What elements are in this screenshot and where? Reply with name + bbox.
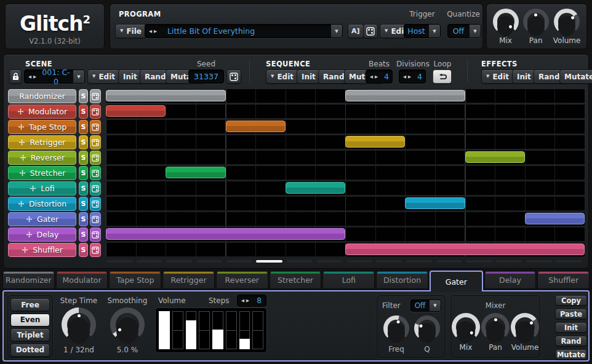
pattern-block[interactable] — [106, 90, 226, 101]
volume-knob[interactable] — [511, 313, 539, 341]
seed-dice-button[interactable] — [226, 69, 241, 84]
tab-reverser[interactable]: Reverser — [216, 271, 268, 289]
sequence-edit-button[interactable]: ▼Edit — [266, 69, 298, 84]
sequence-init-button[interactable]: Init — [297, 69, 321, 84]
solo-button-gater[interactable]: S — [79, 212, 88, 226]
track-label-retrigger[interactable]: Retrigger — [8, 135, 76, 149]
dice-button-reverser[interactable] — [90, 151, 101, 165]
pattern-block[interactable] — [405, 197, 465, 209]
tab-stretcher[interactable]: Stretcher — [270, 271, 322, 289]
pan-knob[interactable] — [481, 313, 510, 341]
pattern-block[interactable] — [465, 151, 525, 163]
effects-edit-button[interactable]: ▼Edit — [481, 69, 514, 84]
randomize-program-button[interactable] — [363, 24, 378, 38]
tab-distortion[interactable]: Distortion — [376, 271, 428, 289]
track-label-tape-stop[interactable]: Tape Stop — [8, 120, 76, 134]
filter-freq-knob[interactable] — [383, 315, 409, 341]
volume-step[interactable] — [199, 311, 210, 349]
solo-button-delay[interactable]: S — [79, 228, 88, 242]
mode-button-free[interactable]: Free — [10, 298, 50, 311]
track-label-stretcher[interactable]: Stretcher — [8, 166, 76, 180]
pan-knob[interactable] — [523, 9, 549, 34]
track-grid-lofi[interactable] — [106, 181, 585, 196]
dice-button-retrigger[interactable] — [90, 135, 101, 149]
quantize-select[interactable]: Off ▼ — [447, 24, 481, 38]
mode-button-even[interactable]: Even — [10, 314, 50, 326]
scene-init-button[interactable]: Init — [118, 69, 142, 84]
rename-button[interactable]: A] — [348, 24, 364, 38]
solo-button-distortion[interactable]: S — [79, 197, 88, 211]
volume-step[interactable] — [252, 311, 263, 349]
dice-button-delay[interactable] — [90, 228, 101, 242]
program-selector[interactable]: ◀▶ Little Bit Of Everything ▼ — [145, 24, 343, 38]
prev-next-icons[interactable]: ◀▶ — [145, 29, 160, 34]
dice-button-tape-stop[interactable] — [90, 120, 101, 134]
chevron-down-icon[interactable]: ▼ — [428, 25, 440, 38]
trigger-select[interactable]: Host ▼ — [404, 24, 441, 38]
chevron-down-icon[interactable]: ▼ — [429, 300, 441, 311]
pattern-block[interactable] — [525, 213, 585, 224]
tab-delay[interactable]: Delay — [484, 271, 537, 289]
track-grid-gater[interactable] — [106, 212, 585, 226]
solo-button-retrigger[interactable]: S — [79, 135, 88, 149]
scene-selector[interactable]: ◀▶ 001: C-0 ▼ — [24, 69, 85, 84]
mix-knob[interactable] — [452, 313, 480, 341]
track-label-lofi[interactable]: Lofi — [8, 181, 76, 196]
prev-next-icons[interactable]: ◀▶ — [238, 298, 252, 303]
chevron-down-icon[interactable]: ▼ — [330, 25, 342, 38]
track-grid-delay[interactable] — [106, 228, 585, 242]
rand-button[interactable]: Rand — [555, 336, 587, 346]
solo-button-modulator[interactable]: S — [79, 105, 88, 119]
loop-toggle[interactable] — [433, 69, 452, 84]
track-label-distortion[interactable]: Distortion — [8, 197, 76, 211]
solo-button-randomizer[interactable]: S — [79, 89, 88, 103]
solo-button-reverser[interactable]: S — [79, 151, 88, 165]
volume-step[interactable] — [212, 311, 223, 349]
tab-modulator[interactable]: Modulator — [56, 271, 108, 289]
track-label-gater[interactable]: Gater — [8, 212, 76, 226]
divisions-stepper[interactable]: ◀▶ 4 — [399, 69, 426, 84]
mix-knob[interactable] — [493, 9, 519, 34]
pattern-block[interactable] — [226, 121, 286, 132]
track-label-delay[interactable]: Delay — [8, 228, 76, 242]
solo-button-shuffler[interactable]: S — [79, 243, 88, 257]
tab-lofi[interactable]: Lofi — [322, 271, 375, 289]
track-grid-reverser[interactable] — [106, 151, 585, 165]
pattern-block[interactable] — [345, 136, 405, 148]
prev-next-icons[interactable]: ◀▶ — [366, 74, 381, 79]
solo-button-tape-stop[interactable]: S — [79, 120, 88, 134]
track-label-modulator[interactable]: Modulator — [8, 105, 76, 119]
volume-knob[interactable] — [554, 9, 580, 34]
track-label-reverser[interactable]: Reverser — [8, 151, 76, 165]
track-grid-distortion[interactable] — [106, 197, 585, 211]
steps-stepper[interactable]: ◀▶ 8 — [237, 295, 266, 307]
mode-button-triplet[interactable]: Triplet — [10, 328, 50, 341]
seed-field[interactable]: 31337 — [188, 69, 224, 84]
pattern-block[interactable] — [106, 228, 345, 240]
chevron-down-icon[interactable]: ▼ — [73, 70, 84, 83]
solo-button-lofi[interactable]: S — [79, 181, 88, 196]
scene-lock-button[interactable] — [9, 69, 22, 84]
copy-button[interactable]: Copy — [555, 295, 587, 306]
pattern-block[interactable] — [106, 105, 166, 117]
mutate-button[interactable]: Mutate — [555, 349, 587, 360]
dice-button-distortion[interactable] — [90, 197, 101, 211]
pattern-block[interactable] — [166, 167, 225, 178]
pattern-block[interactable] — [345, 90, 465, 101]
prev-next-icons[interactable]: ◀▶ — [25, 74, 39, 79]
track-grid-retrigger[interactable] — [106, 135, 585, 149]
track-grid-randomizer[interactable] — [106, 89, 585, 103]
filter-select[interactable]: Off ▼ — [410, 299, 441, 312]
track-grid-tape-stop[interactable] — [106, 120, 585, 134]
init-button[interactable]: Init — [555, 322, 587, 333]
track-label-shuffler[interactable]: Shuffler — [8, 243, 76, 257]
pattern-block[interactable] — [286, 182, 345, 194]
tab-shuffler[interactable]: Shuffler — [537, 271, 590, 289]
volume-step[interactable] — [226, 311, 237, 349]
volume-step[interactable] — [186, 311, 197, 349]
mode-button-dotted[interactable]: Dotted — [10, 344, 50, 357]
dice-button-shuffler[interactable] — [90, 243, 101, 257]
pattern-block[interactable] — [345, 243, 585, 255]
track-grid-modulator[interactable] — [106, 105, 585, 119]
scene-edit-button[interactable]: ▼Edit — [87, 69, 120, 84]
